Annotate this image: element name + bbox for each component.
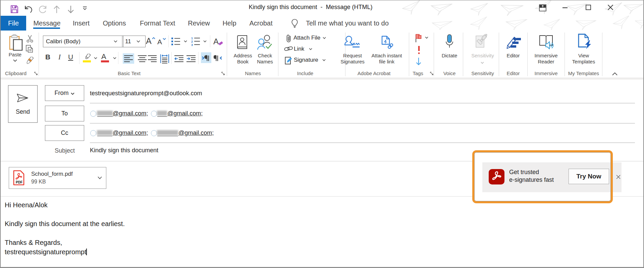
svg-text:3: 3 bbox=[191, 43, 193, 46]
svg-text:1: 1 bbox=[191, 37, 193, 40]
svg-text:2: 2 bbox=[191, 40, 193, 43]
svg-text:PDF: PDF bbox=[16, 180, 22, 184]
